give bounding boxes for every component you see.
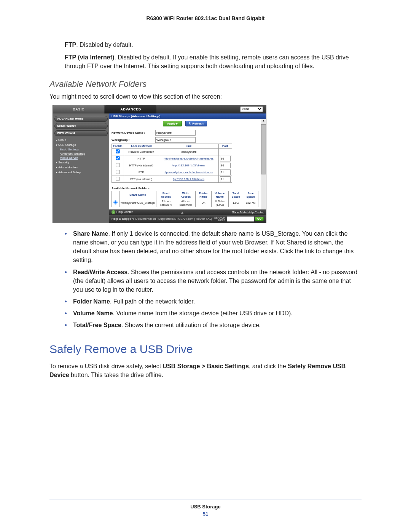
text-span: , and click the — [249, 363, 288, 369]
safely-remove-text: To remove a USB disk drive safely, selec… — [49, 362, 362, 379]
subheading-available-folders: Available Network Folders — [49, 79, 362, 89]
table-row: HTTP (via internet)http://192.168.1.65/s… — [112, 162, 232, 169]
enable-checkbox[interactable] — [116, 149, 119, 153]
show-hide-help[interactable]: Show/Hide Help Center — [232, 211, 264, 214]
bullet-text: . Full path of the network folder. — [110, 298, 195, 305]
sidebar-row-security[interactable]: Security — [54, 160, 108, 165]
workgroup-label: Workgroup : — [112, 138, 155, 142]
enable-checkbox[interactable] — [116, 163, 119, 167]
scrollbar[interactable]: ▲ — [261, 119, 266, 209]
sidebar: ADVANCED Home Setup Wizard WPS Wizard Se… — [53, 113, 109, 223]
workgroup-input[interactable] — [155, 137, 196, 143]
footer-rule — [49, 500, 362, 500]
th-access-method: Access Method — [124, 144, 159, 148]
th-volume-name: Volume Name — [211, 191, 228, 199]
cell-method: HTTP — [124, 155, 159, 162]
th-folder-name: Folder Name — [196, 191, 211, 199]
auto-select-wrap: Auto — [240, 106, 263, 112]
ftp-internet-label: FTP (via Internet) — [65, 54, 114, 61]
sidebar-sub-basic-settings[interactable]: Basic Settings — [54, 147, 108, 152]
footer-title: USB Storage — [0, 504, 411, 510]
cell-method: HTTP (via internet) — [124, 162, 159, 169]
folders-section-title: Available Network Folders — [109, 185, 261, 191]
text-span: To remove a USB disk drive safely, selec… — [49, 363, 163, 369]
cell-link[interactable]: http://readyshare.routerlogin.net/shares — [159, 155, 218, 162]
breadcrumb: USB Storage (Advanced Settings) — [109, 113, 266, 119]
sidebar-row-usb-storage[interactable]: USB Storage — [54, 142, 108, 147]
help-icon: ? — [112, 210, 115, 214]
scroll-thumb[interactable] — [261, 124, 266, 174]
th-share-name: Share Name — [119, 191, 156, 199]
th-write-access: Write Access — [176, 191, 196, 199]
cell-free: 922.7M — [243, 199, 258, 207]
sidebar-pill-advanced-home[interactable]: ADVANCED Home — [54, 116, 108, 122]
th-total-space: Total Space — [228, 191, 243, 199]
support-bar: Help & Support Documentation | Support@N… — [109, 215, 266, 223]
cell-method: FTP — [124, 169, 159, 176]
device-name-label: Network/Device Name : — [112, 131, 155, 134]
list-item: Share Name. If only 1 device is connecte… — [65, 229, 362, 265]
help-bar: ?Help Center ▲ Show/Hide Help Center — [109, 209, 266, 215]
help-center-label[interactable]: ?Help Center — [112, 210, 133, 214]
sidebar-pill-setup-wizard[interactable]: Setup Wizard — [54, 123, 108, 129]
cell-folder: U:\ — [196, 199, 211, 207]
sidebar-row-advanced-setup[interactable]: Advanced Setup — [54, 170, 108, 175]
ftp-text: . Disabled by default. — [76, 42, 133, 48]
go-button[interactable]: GO — [255, 217, 264, 221]
enable-checkbox[interactable] — [116, 177, 119, 181]
enable-checkbox[interactable] — [116, 170, 119, 174]
support-links[interactable]: Documentation | Support@NETGEAR.com | Ro… — [135, 217, 212, 220]
port-input[interactable] — [220, 156, 231, 161]
th-radio — [112, 191, 119, 199]
doc-header: R6300 WiFi Router 802.11ac Dual Band Gig… — [49, 15, 362, 21]
sidebar-sub-advanced-settings[interactable]: Advanced Settings — [54, 152, 108, 156]
enable-checkbox[interactable] — [116, 156, 119, 160]
sidebar-sub-media-server[interactable]: Media Server — [54, 156, 108, 160]
bullet-bold: Volume Name — [73, 310, 113, 316]
cell-share: \\readyshare\USB_Storage — [119, 199, 156, 207]
search-input[interactable] — [227, 216, 254, 222]
text-bold: USB Storage > Basic Settings — [163, 363, 249, 369]
cell-link[interactable]: ftp://readyshare.routerlogin.net/shares — [159, 169, 218, 176]
text-span: button. This takes the drive offline. — [69, 372, 164, 378]
sidebar-row-administration[interactable]: Administration — [54, 165, 108, 170]
list-item: Folder Name. Full path of the network fo… — [65, 297, 362, 306]
support-label: Help & Support — [112, 217, 134, 220]
bullet-list: Share Name. If only 1 device is connecte… — [65, 229, 362, 330]
collapse-icon[interactable]: ▲ — [180, 210, 184, 214]
tab-basic[interactable]: BASIC — [53, 105, 104, 113]
device-name-input[interactable] — [155, 130, 196, 136]
port-input[interactable] — [220, 176, 231, 182]
access-method-table: Enable Access Method Link Port Network C… — [112, 144, 232, 183]
folder-radio[interactable] — [113, 201, 117, 204]
table-row: FTP (via internet)ftp://192.168.1.65/sha… — [112, 176, 232, 182]
list-item: Total/Free Space. Shows the current util… — [65, 321, 362, 329]
th-free-space: Free Space — [243, 191, 258, 199]
ftp-internet-paragraph: FTP (via Internet). Disabled by default.… — [65, 53, 362, 70]
refresh-button[interactable]: ↻ Refresh — [185, 121, 207, 126]
cell-port: - — [218, 148, 232, 155]
sidebar-pill-wps-wizard[interactable]: WPS Wizard — [54, 130, 108, 136]
bullet-text: . Volume name from the storage device (e… — [113, 310, 293, 316]
cell-volume: U Drive (1.9G) — [211, 199, 228, 207]
cell-link[interactable]: http://192.168.1.65/shares — [159, 162, 218, 169]
folders-table: Share Name Read Access Write Access Fold… — [112, 191, 258, 207]
bullet-bold: Total/Free Space — [73, 322, 121, 328]
heading-safely-remove: Safely Remove a USB Drive — [49, 343, 362, 356]
port-input[interactable] — [220, 169, 231, 175]
th-read-access: Read Access — [156, 191, 176, 199]
auto-select[interactable]: Auto — [240, 106, 263, 112]
page-footer: USB Storage 51 — [0, 500, 411, 517]
cell-link[interactable]: ftp://192.168.1.65/shares — [159, 176, 218, 182]
apply-button[interactable]: Apply ▸ — [163, 121, 182, 126]
tab-advanced[interactable]: ADVANCED — [105, 105, 156, 113]
kv-device-name: Network/Device Name : — [109, 129, 261, 136]
sidebar-row-setup[interactable]: Setup — [54, 137, 108, 142]
list-item: Volume Name. Volume name from the storag… — [65, 309, 362, 318]
cell-link: \\readyshare — [159, 148, 218, 155]
button-row: Apply ▸ ↻ Refresh — [109, 119, 261, 129]
cell-total: 1.9G — [228, 199, 243, 207]
ftp-paragraph: FTP. Disabled by default. — [65, 40, 362, 49]
table-row: \\readyshare\USB_Storage All - no passwo… — [112, 199, 258, 207]
port-input[interactable] — [220, 163, 231, 168]
